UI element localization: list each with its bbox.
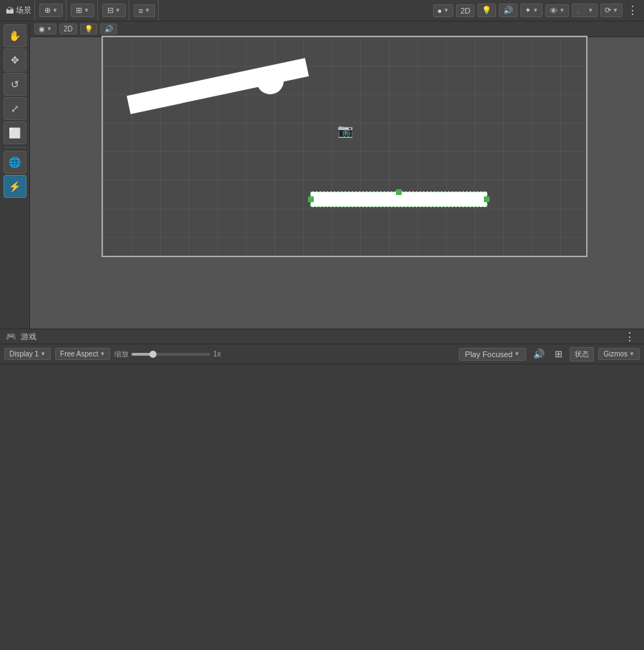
scene-canvas: 📷 (101, 36, 588, 257)
left-tools-panel: ✋ ✥ ↺ ⤢ ⬜ 🌐 ⚡ (0, 21, 30, 329)
scene-light-btn[interactable]: 💡 (80, 24, 97, 34)
custom-tool-btn[interactable]: ⚡ (4, 175, 26, 198)
camera-sprite-icon: 📷 (337, 124, 353, 138)
display-dropdown-arrow: ▼ (40, 351, 46, 357)
scene-tab-group: 🏔 场景 (3, 0, 35, 21)
tool-icon-2: ⊞ (76, 6, 82, 15)
scale-value: 1x (213, 350, 221, 358)
game-tab-label: 游戏 (21, 331, 36, 342)
scene-grid (103, 37, 586, 256)
gizmo-icon: ⟳ (605, 6, 611, 15)
game-tab-more: ⋮ (621, 330, 638, 344)
scene-camera-object[interactable]: 📷 (337, 123, 353, 139)
rotate-tool-btn[interactable]: ↺ (4, 73, 26, 96)
world-icon: 🌐 (9, 156, 21, 168)
game-title-bar: 🎮 游戏 ⋮ (0, 329, 644, 344)
tool-btn-1[interactable]: ⊕ ▼ (39, 4, 63, 17)
aspect-dropdown-arrow: ▼ (99, 351, 105, 357)
light-icon: 💡 (482, 6, 492, 15)
shading-icon: ● (437, 6, 442, 15)
scale-tool-btn[interactable]: ⤢ (4, 97, 26, 120)
rect-tool-btn[interactable]: ⬜ (4, 121, 26, 144)
scene-tab-label: 场景 (16, 5, 31, 16)
shading-btn[interactable]: ● ▼ (433, 4, 454, 17)
scene-light-icon: 💡 (84, 25, 93, 33)
eye-icon: 👁 (550, 6, 558, 15)
move-icon: ✥ (11, 54, 19, 66)
scale-icon: ⤢ (11, 103, 19, 114)
scene-2d-btn[interactable]: 2D (59, 24, 77, 34)
scene-audio-btn[interactable]: 🔊 (100, 24, 117, 34)
dropdown-arrow-3: ▼ (115, 7, 121, 14)
scene-shading-icon: ◉ (39, 25, 45, 33)
move-tool-btn[interactable]: ✥ (4, 49, 26, 71)
2d-btn[interactable]: 2D (456, 4, 475, 17)
rect-icon: ⬜ (9, 127, 21, 139)
dropdown-arrow-2: ▼ (84, 7, 89, 14)
fx-btn[interactable]: ✦ ▼ (520, 4, 543, 17)
tool-group-2: ⊞ ▼ (68, 0, 98, 21)
scene-shading-btn[interactable]: ◉ ▼ (34, 24, 56, 34)
tool-group-4: ≡ ▼ (131, 0, 159, 21)
platform-right-handle[interactable] (484, 196, 490, 202)
game-status-btn[interactable]: 状态 (570, 347, 594, 361)
visibility-btn[interactable]: 👁 ▼ (545, 4, 569, 17)
platform-left-handle[interactable] (308, 196, 314, 202)
camera-btn[interactable]: 🎥 ▼ (572, 4, 598, 17)
scene-ground-platform[interactable] (310, 191, 487, 207)
game-view-section: 🎮 游戏 ⋮ Display 1 ▼ Free Aspect ▼ 缩放 1x P… (0, 329, 644, 364)
scale-slider-container: 缩放 1x (114, 349, 221, 359)
dropdown-arrow-4: ▼ (144, 7, 150, 14)
status-label: 状态 (575, 349, 589, 359)
game-label-text: Display 1 (9, 350, 39, 358)
tool-group-3: ⊟ ▼ (99, 0, 129, 21)
platform-top-handle[interactable] (396, 189, 402, 195)
tool-icon-4: ≡ (139, 6, 143, 15)
dropdown-arrow-1: ▼ (52, 7, 58, 14)
camera-icon: 🎥 (576, 6, 586, 15)
scene-audio-icon: 🔊 (104, 25, 113, 33)
scale-slider-thumb[interactable] (149, 351, 157, 358)
play-focused-label: Play Focused (465, 350, 513, 359)
tool-btn-2[interactable]: ⊞ ▼ (71, 4, 94, 17)
scale-label: 缩放 (114, 349, 129, 359)
game-stats-btn[interactable]: ⊞ (552, 347, 565, 361)
custom-icon: ⚡ (9, 181, 21, 192)
game-volume-btn[interactable]: 🔊 (530, 347, 548, 361)
tool-btn-3[interactable]: ⊟ ▼ (102, 4, 126, 17)
scale-slider-track[interactable] (132, 353, 210, 356)
volume-icon: 🔊 (533, 349, 545, 359)
game-more-btn[interactable]: ⋮ (621, 330, 638, 344)
lighting-btn[interactable]: 💡 (477, 4, 496, 17)
toolbar-more-btn[interactable]: ⋮ (624, 4, 641, 17)
scene-background: 📷 (103, 37, 586, 256)
audio-btn[interactable]: 🔊 (499, 4, 517, 17)
hand-tool-btn[interactable]: ✋ (4, 24, 26, 47)
hand-icon: ✋ (9, 30, 21, 41)
scene-tab-icon: 🏔 (6, 6, 14, 16)
play-focused-dropdown: ▼ (514, 351, 520, 357)
play-focused-btn[interactable]: Play Focused ▼ (459, 348, 527, 361)
top-toolbar: 🏔 场景 ⊕ ▼ ⊞ ▼ ⊟ ▼ ≡ ▼ ● ▼ 2D 💡 (0, 0, 644, 21)
scene-viewport[interactable]: ◉ ▼ 2D 💡 🔊 📷 (30, 21, 644, 329)
tool-icon-1: ⊕ (44, 6, 51, 15)
scene-top-bar: ◉ ▼ 2D 💡 🔊 (30, 21, 644, 37)
game-label-btn[interactable]: Display 1 ▼ (4, 348, 51, 360)
rotate-icon: ↺ (11, 79, 19, 90)
stats-icon: ⊞ (555, 349, 563, 359)
tool-divider (4, 147, 26, 148)
gizmo-btn[interactable]: ⟳ ▼ (600, 4, 623, 17)
tool-group-1: ⊕ ▼ (36, 0, 66, 21)
game-tab-icon: 🎮 (6, 331, 16, 341)
game-toolbar: Display 1 ▼ Free Aspect ▼ 缩放 1x Play Foc… (0, 344, 644, 364)
shading-dropdown: ▼ (443, 7, 449, 14)
audio-icon: 🔊 (503, 6, 513, 15)
tool-icon-3: ⊟ (107, 6, 114, 15)
tool-btn-4[interactable]: ≡ ▼ (134, 4, 155, 17)
world-tool-btn[interactable]: 🌐 (4, 151, 26, 174)
aspect-btn[interactable]: Free Aspect ▼ (55, 348, 110, 360)
main-area: ✋ ✥ ↺ ⤢ ⬜ 🌐 ⚡ ◉ ▼ 2D � (0, 21, 644, 329)
game-gizmos-btn[interactable]: Gizmos ▼ (598, 348, 640, 360)
gizmos-dropdown: ▼ (629, 351, 635, 357)
gizmos-label: Gizmos (603, 350, 628, 358)
